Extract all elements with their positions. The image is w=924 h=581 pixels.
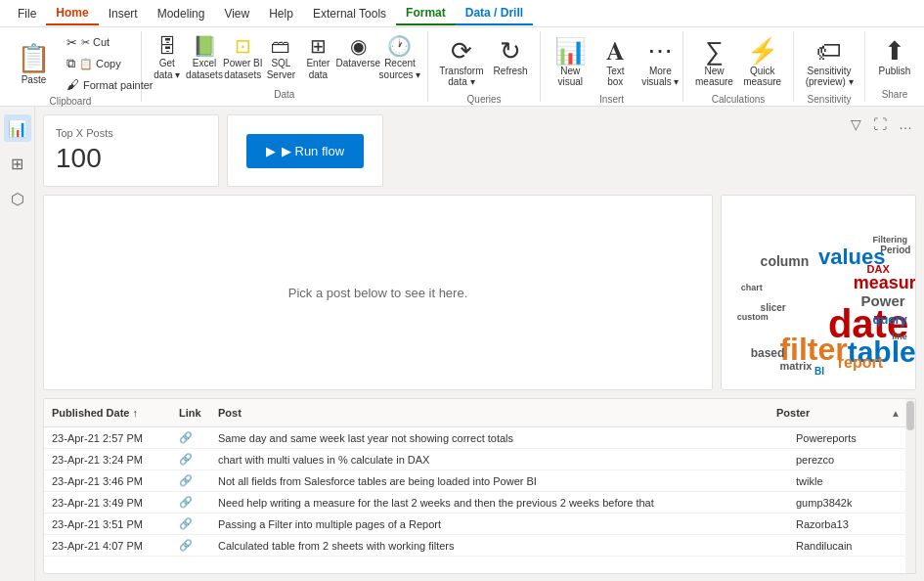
col-header-post[interactable]: Post [210, 403, 769, 423]
table-wrapper: Published Date ↑ Link Post Poster [44, 399, 915, 573]
cell-poster-5: Randilucain [788, 536, 905, 556]
filter-icon-btn[interactable]: ▽ [847, 114, 865, 134]
word-cloud-word: chart [741, 283, 763, 292]
pick-post-message: Pick a post below to see it here. [288, 286, 468, 300]
transform-data-button[interactable]: ⟳ Transformdata ▾ [436, 33, 487, 92]
word-cloud-word: custom [737, 312, 769, 322]
tab-data-drill[interactable]: Data / Drill [456, 2, 533, 25]
more-visuals-button[interactable]: ⋯ Morevisuals ▾ [638, 33, 682, 92]
new-visual-label: Newvisual [558, 66, 584, 87]
table-row[interactable]: 23-Apr-21 2:57 PM 🔗 Same day and same we… [44, 427, 905, 449]
tab-external-tools[interactable]: External Tools [303, 3, 396, 24]
cell-poster-4: Razorba13 [788, 514, 905, 534]
col-date-sort-icon: ↑ [133, 407, 139, 419]
sidebar-item-model[interactable]: ⬡ [4, 185, 31, 212]
tab-format[interactable]: Format [396, 2, 456, 25]
quick-measure-icon: ⚡ [747, 38, 778, 64]
new-measure-button[interactable]: ∑ Newmeasure [691, 33, 737, 92]
tab-view[interactable]: View [214, 3, 259, 24]
tab-home[interactable]: Home [46, 2, 98, 25]
word-cloud-word: Filtering [872, 235, 907, 245]
table-row[interactable]: 23-Apr-21 3:24 PM 🔗 chart with multi val… [44, 449, 905, 470]
run-flow-button[interactable]: ▶ ▶ Run flow [246, 134, 364, 168]
insert-group: 📊 Newvisual 𝐀 Textbox ⋯ Morevisuals ▾ In… [541, 31, 683, 102]
col-header-link[interactable]: Link [171, 403, 210, 423]
get-data-icon: 🗄 [157, 36, 177, 56]
word-cloud-word: matrix [779, 360, 812, 372]
word-cloud-word: based [751, 346, 785, 360]
table-row[interactable]: 23-Apr-21 3:46 PM 🔗 Not all fields from … [44, 470, 905, 492]
more-options-btn[interactable]: … [895, 114, 916, 134]
refresh-button[interactable]: ↻ Refresh [489, 33, 532, 81]
table-row[interactable]: 23-Apr-21 3:51 PM 🔗 Passing a Filter int… [44, 514, 905, 535]
top-x-label: Top X Posts [56, 127, 206, 139]
table-row[interactable]: 23-Apr-21 4:07 PM 🔗 Calculated table fro… [44, 535, 905, 557]
col-header-date[interactable]: Published Date ↑ [44, 403, 171, 423]
dataverse-button[interactable]: ◉ Dataverse [337, 33, 378, 72]
table-scroll-header: ▲ [886, 403, 905, 423]
word-cloud-word: line [892, 332, 907, 341]
table-row[interactable]: 23-Apr-21 3:49 PM 🔗 Need help writing a … [44, 492, 905, 514]
tab-insert[interactable]: Insert [99, 3, 148, 24]
col-header-poster[interactable]: Poster [769, 403, 886, 423]
middle-area: Pick a post below to see it here. datefi… [43, 195, 916, 390]
paste-label: Paste [22, 74, 47, 85]
table-scrollbar[interactable] [905, 399, 915, 573]
top-x-value: 100 [56, 143, 206, 174]
enter-data-button[interactable]: ⊞ Enterdata [300, 33, 335, 84]
copy-icon: ⧉ [66, 56, 75, 71]
text-box-label: Textbox [606, 66, 624, 87]
col-poster-label: Poster [776, 407, 810, 419]
focus-mode-btn[interactable]: ⛶ [869, 114, 891, 134]
table-content: Published Date ↑ Link Post Poster [44, 399, 905, 573]
publish-label: Publish [879, 66, 911, 76]
sensitivity-label: Sensitivity(preview) ▾ [806, 66, 854, 87]
sensitivity-button[interactable]: 🏷 Sensitivity(preview) ▾ [802, 33, 857, 92]
paste-button[interactable]: 📋 Paste [8, 33, 60, 94]
more-visuals-label: Morevisuals ▾ [641, 66, 679, 87]
calculations-group-label: Calculations [691, 94, 785, 105]
powerbi-datasets-button[interactable]: ⊡ Power BIdatasets [224, 33, 261, 84]
share-group-items: ⬆ Publish [873, 33, 916, 87]
get-data-button[interactable]: 🗄 Getdata ▾ [150, 33, 185, 84]
cell-post-3: Need help writing a measure for the last… [210, 493, 788, 513]
new-visual-button[interactable]: 📊 Newvisual [549, 33, 592, 92]
copy-label: 📋 Copy [79, 58, 121, 70]
publish-button[interactable]: ⬆ Publish [873, 33, 916, 81]
tab-help[interactable]: Help [259, 3, 303, 24]
format-painter-icon: 🖌 [66, 77, 79, 92]
sql-server-button[interactable]: 🗃 SQLServer [263, 33, 298, 84]
word-cloud-word: measure [854, 273, 915, 293]
sidebar-item-report[interactable]: 📊 [4, 114, 31, 142]
cell-post-0: Same day and same week last year not sho… [210, 428, 788, 448]
sidebar-item-data[interactable]: ⊞ [4, 150, 31, 177]
refresh-icon: ↻ [500, 38, 521, 64]
cell-poster-2: twikle [788, 471, 905, 491]
recent-sources-label: Recentsources ▾ [379, 58, 421, 81]
powerbi-icon: ⊡ [235, 36, 251, 56]
cell-link-0[interactable]: 🔗 [171, 427, 210, 448]
text-box-icon: 𝐀 [606, 38, 625, 64]
table-collapse-btn[interactable]: ▲ [887, 406, 904, 421]
cell-link-1[interactable]: 🔗 [171, 449, 210, 469]
posts-table: Published Date ↑ Link Post Poster [43, 398, 916, 574]
tab-modeling[interactable]: Modeling [148, 3, 215, 24]
cell-date-5: 23-Apr-21 4:07 PM [44, 536, 171, 556]
text-box-button[interactable]: 𝐀 Textbox [594, 33, 637, 92]
cell-link-4[interactable]: 🔗 [171, 514, 210, 534]
word-cloud-word: report [838, 354, 883, 372]
cell-post-1: chart with multi values in % calculate i… [210, 450, 788, 469]
excel-datasets-button[interactable]: 📗 Exceldatasets [187, 33, 222, 84]
excel-icon: 📗 [193, 36, 217, 56]
scroll-thumb[interactable] [906, 401, 914, 430]
tab-file[interactable]: File [8, 3, 46, 24]
cell-link-3[interactable]: 🔗 [171, 492, 210, 513]
quick-measure-button[interactable]: ⚡ Quickmeasure [739, 33, 785, 92]
cell-link-5[interactable]: 🔗 [171, 535, 210, 556]
cell-post-5: Calculated table from 2 sheets with work… [210, 536, 788, 556]
insert-group-items: 📊 Newvisual 𝐀 Textbox ⋯ Morevisuals ▾ [549, 33, 675, 92]
cell-link-2[interactable]: 🔗 [171, 470, 210, 491]
cell-date-3: 23-Apr-21 3:49 PM [44, 493, 171, 513]
word-cloud-word: column [761, 253, 810, 269]
recent-sources-button[interactable]: 🕐 Recentsources ▾ [380, 33, 419, 84]
